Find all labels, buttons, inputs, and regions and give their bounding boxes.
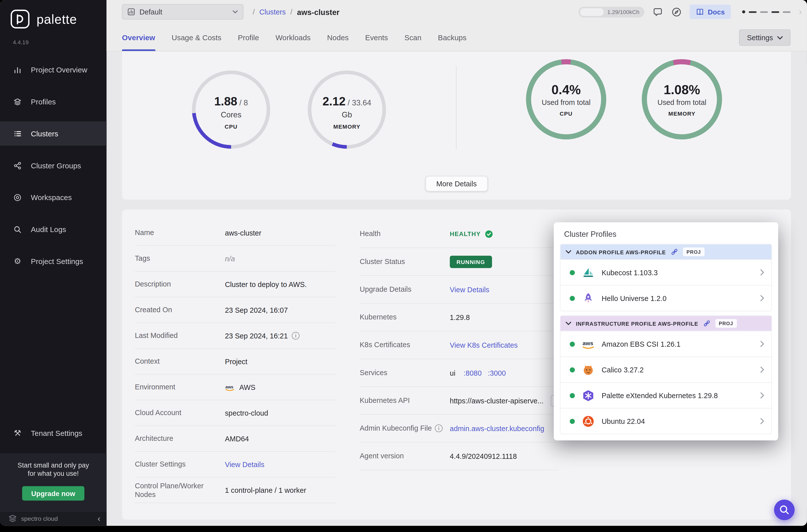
docs-button[interactable]: Docs — [690, 5, 731, 19]
sidebar-item-tenant-settings[interactable]: ⚒ Tenant Settings — [0, 421, 107, 445]
detail-row-agent-version: Agent version 4.4.9/20240912.1118 — [360, 442, 558, 470]
palette-k8s-icon — [582, 388, 595, 402]
tab-profile[interactable]: Profile — [238, 24, 259, 51]
info-icon[interactable]: i — [435, 424, 443, 432]
more-details-button[interactable]: More Details — [426, 176, 487, 191]
sidebar-item-label: Clusters — [31, 129, 58, 138]
chevron-down-icon — [777, 36, 783, 39]
pack-row-ubuntu[interactable]: Ubuntu 22.04 — [560, 408, 771, 434]
chat-icon[interactable] — [653, 7, 663, 17]
help-compass-icon[interactable] — [671, 7, 681, 17]
cluster-groups-icon — [13, 161, 22, 170]
detail-row-context: Context Project — [135, 349, 336, 375]
detail-row-architecture: Architecture AMD64 — [135, 426, 336, 452]
sidebar-item-label: Cluster Groups — [31, 162, 81, 170]
detail-row-services: Services ui :8080 :3000 — [360, 359, 558, 387]
brand-name: palette — [36, 12, 77, 26]
search-icon — [779, 504, 790, 515]
pack-row-hello-universe[interactable]: Hello Universe 1.2.0 — [560, 285, 771, 311]
spectro-cloud-logo-icon — [8, 514, 17, 523]
search-fab[interactable] — [774, 499, 794, 520]
status-dot-green — [570, 393, 575, 398]
credits-meter-bar — [580, 8, 604, 16]
app-window: palette 4.4.19 Project Overview Profiles… — [0, 0, 807, 526]
detail-row-cloud-account: Cloud Account spectro-cloud — [135, 400, 336, 426]
cluster-profiles-panel: Cluster Profiles ADDON PROFILE AWS-PROFI… — [553, 222, 778, 440]
credits-label: 1.29/100kCh — [607, 9, 640, 15]
pack-row-calico[interactable]: Calico 3.27.2 — [560, 357, 771, 382]
sidebar-item-clusters[interactable]: Clusters — [0, 121, 107, 146]
infrastructure-profile-header[interactable]: INFRASTRUCTURE PROFILE AWS-PROFILE PROJ — [560, 316, 771, 331]
project-selector[interactable]: Default — [122, 4, 243, 19]
tab-overview[interactable]: Overview — [122, 24, 155, 51]
health-status: HEALTHY — [450, 230, 493, 238]
check-circle-icon — [485, 230, 493, 238]
sidebar-item-project-overview[interactable]: Project Overview — [0, 58, 107, 82]
chevron-down-icon — [232, 10, 238, 13]
workspaces-icon — [13, 193, 22, 202]
sidebar-item-label: Tenant Settings — [31, 429, 82, 437]
breadcrumb-current: aws-cluster — [297, 7, 340, 16]
service-port-link[interactable]: :3000 — [488, 369, 506, 377]
sidebar-item-label: Project Settings — [31, 257, 83, 265]
status-dot-green — [570, 341, 575, 347]
addon-profile-header[interactable]: ADDON PROFILE AWS-PROFILE PROJ — [560, 244, 771, 259]
detail-row-kubernetes-api: Kubernetes API https://aws-cluster-apise… — [360, 387, 558, 415]
addon-profile-section: ADDON PROFILE AWS-PROFILE PROJ Kubecost … — [560, 244, 772, 311]
kubeconfig-download-link[interactable]: admin.aws-cluster.kubeconfig — [450, 424, 544, 432]
chevron-right-icon — [760, 392, 764, 399]
service-port-link[interactable]: :8080 — [464, 369, 482, 377]
tab-workloads[interactable]: Workloads — [276, 24, 311, 51]
view-k8s-certificates-link[interactable]: View K8s Certificates — [450, 341, 518, 349]
detail-row-created-on: Created On 23 Sep 2024, 16:07 — [135, 298, 336, 323]
detail-row-admin-kubeconfig: Admin Kubeconfig File i admin.aws-cluste… — [360, 415, 558, 442]
upgrade-view-details-link[interactable]: View Details — [450, 285, 489, 293]
status-dot-green — [570, 296, 575, 301]
sidebar-item-cluster-groups[interactable]: Cluster Groups — [0, 153, 107, 177]
memory-usage-gauge: 2.12 / 33.64 Gb MEMORY — [308, 71, 386, 149]
gear-icon: ⚙ — [13, 256, 22, 266]
stepper-dash — [783, 11, 791, 13]
cpu-donut-label: CPU — [560, 110, 573, 117]
topbar: Default / Clusters / aws-cluster 1.29/10… — [107, 0, 807, 24]
tools-icon: ⚒ — [13, 429, 22, 438]
chevron-right-icon — [760, 366, 764, 373]
cpu-gauge-total: / 8 — [239, 98, 248, 107]
breadcrumb-clusters-link[interactable]: Clusters — [259, 8, 286, 16]
tab-nodes[interactable]: Nodes — [327, 24, 349, 51]
sidebar-nav: Project Overview Profiles Clusters Clust… — [0, 58, 107, 281]
stepper-dash — [749, 11, 757, 13]
pack-row-palette-extended-kubernetes[interactable]: Palette eXtended Kubernetes 1.29.8 — [560, 382, 771, 408]
stepper-dot — [742, 10, 745, 13]
aws-icon: aws — [582, 337, 595, 351]
running-status-badge: RUNNING — [450, 255, 492, 268]
memory-gauge-total: / 33.64 — [348, 98, 371, 107]
metrics-card: 1.88 / 8 Cores CPU 2.12 / 33.64 — [122, 52, 791, 200]
sidebar-item-workspaces[interactable]: Workspaces — [0, 185, 107, 210]
settings-button[interactable]: Settings — [739, 29, 790, 46]
tab-backups[interactable]: Backups — [438, 24, 467, 51]
pack-row-amazon-ebs-csi[interactable]: aws Amazon EBS CSI 1.26.1 — [560, 331, 771, 357]
chevron-right-icon[interactable]: › — [799, 7, 802, 17]
cluster-settings-view-details-link[interactable]: View Details — [225, 460, 264, 469]
layers-icon — [13, 97, 22, 106]
project-selector-value: Default — [139, 8, 228, 16]
tab-scan[interactable]: Scan — [405, 24, 421, 51]
sidebar-item-profiles[interactable]: Profiles — [0, 90, 107, 114]
info-icon[interactable]: i — [292, 332, 300, 340]
collapse-sidebar-icon[interactable]: ‹ — [98, 514, 100, 523]
detail-row-tags: Tags n/a — [135, 246, 336, 272]
project-icon — [128, 8, 135, 16]
sidebar-item-audit-logs[interactable]: Audit Logs — [0, 217, 107, 241]
proj-scope-badge: PROJ — [715, 319, 737, 328]
aws-icon: aws — [225, 384, 235, 391]
tab-events[interactable]: Events — [365, 24, 388, 51]
detail-row-health: Health HEALTHY — [360, 220, 558, 248]
pack-row-kubecost[interactable]: Kubecost 1.103.3 — [560, 259, 771, 285]
sidebar-item-project-settings[interactable]: ⚙ Project Settings — [0, 249, 107, 273]
status-dot-green — [570, 367, 575, 373]
hello-universe-icon — [582, 291, 595, 305]
ubuntu-icon — [582, 414, 595, 428]
tab-usage-costs[interactable]: Usage & Costs — [172, 24, 221, 51]
upgrade-now-button[interactable]: Upgrade now — [22, 486, 85, 501]
